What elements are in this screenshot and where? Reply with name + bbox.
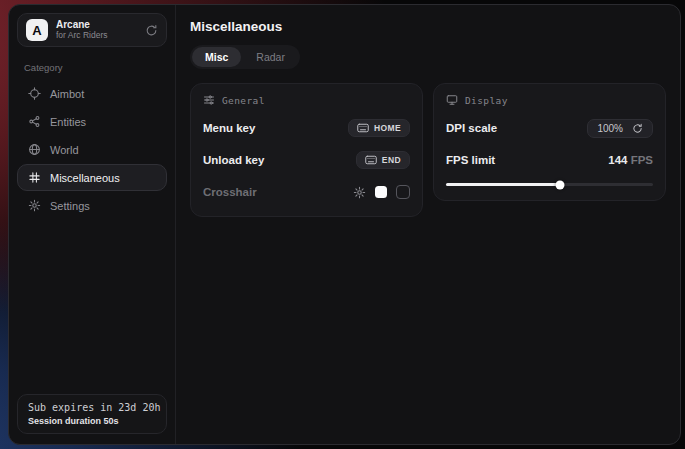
sub-expiry-text: Sub expires in 23d 20h xyxy=(28,402,156,413)
tab-bar: Misc Radar xyxy=(190,45,300,69)
crosshair-icon xyxy=(28,87,41,100)
crosshair-color-swatch[interactable] xyxy=(375,186,387,198)
brand-card: A Arcane for Arc Riders xyxy=(17,13,167,47)
entities-icon xyxy=(28,115,41,128)
menu-key-row: Menu key HOME xyxy=(203,118,410,138)
crosshair-row: Crosshair xyxy=(203,182,410,202)
sidebar-item-label: Settings xyxy=(50,200,90,212)
menu-key-button[interactable]: HOME xyxy=(348,119,410,137)
main-panel: Miscellaneous Misc Radar General xyxy=(176,5,680,444)
sidebar-item-miscellaneous[interactable]: Miscellaneous xyxy=(17,164,167,191)
sidebar-item-settings[interactable]: Settings xyxy=(17,192,167,219)
fps-limit-label: FPS limit xyxy=(446,154,495,166)
crosshair-label: Crosshair xyxy=(203,186,257,198)
general-card: General Menu key HOME xyxy=(190,83,423,217)
fps-limit-row: FPS limit 144 FPS xyxy=(446,150,653,170)
session-duration-text: Session duration 50s xyxy=(28,416,156,426)
unload-key-row: Unload key END xyxy=(203,150,410,170)
fps-slider-track[interactable] xyxy=(446,183,653,186)
refresh-icon[interactable] xyxy=(632,123,643,134)
sidebar: A Arcane for Arc Riders Category xyxy=(9,5,176,444)
sidebar-item-label: Aimbot xyxy=(50,88,84,100)
brand-text: Arcane for Arc Riders xyxy=(56,19,137,40)
display-card-header: Display xyxy=(446,94,653,106)
brand-subtitle: for Arc Riders xyxy=(56,31,137,41)
keyboard-icon xyxy=(357,123,369,133)
category-label: Category xyxy=(24,62,160,73)
sidebar-item-label: Entities xyxy=(50,116,86,128)
app-window: A Arcane for Arc Riders Category xyxy=(8,4,681,445)
misc-grid-icon xyxy=(28,171,41,184)
dpi-scale-value: 100% xyxy=(597,123,623,134)
tab-radar[interactable]: Radar xyxy=(243,47,298,67)
brand-logo: A xyxy=(26,19,48,41)
menu-key-value: HOME xyxy=(374,123,401,133)
dpi-scale-row: DPI scale 100% xyxy=(446,118,653,138)
page-title: Miscellaneous xyxy=(190,19,666,34)
cards-row: General Menu key HOME xyxy=(190,83,666,217)
display-card-title: Display xyxy=(465,95,508,106)
subscription-card: Sub expires in 23d 20h Session duration … xyxy=(17,394,167,434)
unload-key-button[interactable]: END xyxy=(356,151,410,169)
sidebar-item-aimbot[interactable]: Aimbot xyxy=(17,80,167,107)
display-card: Display DPI scale 100% xyxy=(433,83,666,201)
general-card-title: General xyxy=(222,95,265,106)
crosshair-controls xyxy=(353,185,410,199)
general-card-header: General xyxy=(203,94,410,106)
unload-key-value: END xyxy=(382,155,401,165)
unload-key-label: Unload key xyxy=(203,154,264,166)
dpi-scale-control[interactable]: 100% xyxy=(587,119,653,138)
menu-key-label: Menu key xyxy=(203,122,255,134)
fps-slider-thumb[interactable] xyxy=(555,180,564,189)
sidebar-item-label: World xyxy=(50,144,79,156)
crosshair-checkbox[interactable] xyxy=(396,185,410,199)
fps-slider-fill xyxy=(446,183,560,186)
sync-icon[interactable] xyxy=(145,24,158,37)
crosshair-settings-gear-icon[interactable] xyxy=(353,186,366,199)
tab-misc[interactable]: Misc xyxy=(192,47,241,67)
sidebar-item-world[interactable]: World xyxy=(17,136,167,163)
fps-limit-value: 144 FPS xyxy=(608,154,653,166)
sidebar-item-label: Miscellaneous xyxy=(50,172,120,184)
gear-icon xyxy=(28,199,41,212)
fps-unit: FPS xyxy=(631,154,653,166)
fps-number: 144 xyxy=(608,154,627,166)
sidebar-nav: Aimbot Entities xyxy=(17,80,167,219)
monitor-icon xyxy=(446,94,458,106)
sliders-icon xyxy=(203,94,215,106)
globe-icon xyxy=(28,143,41,156)
sidebar-item-entities[interactable]: Entities xyxy=(17,108,167,135)
dpi-scale-label: DPI scale xyxy=(446,122,497,134)
keyboard-icon xyxy=(365,155,377,165)
